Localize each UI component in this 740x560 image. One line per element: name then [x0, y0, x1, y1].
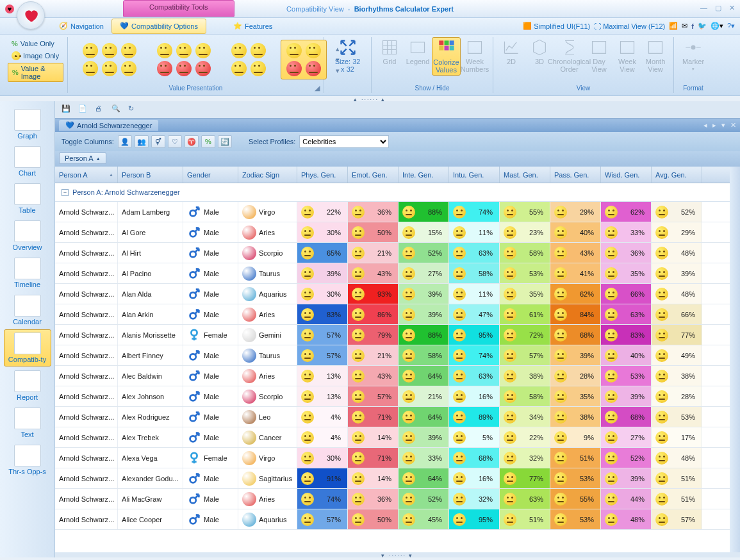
column-header[interactable]: Gender [183, 167, 238, 183]
close-icon[interactable]: ✕ [729, 4, 735, 12]
maximal-view-link[interactable]: ⛶Maximal View (F12) [594, 22, 665, 30]
table-row[interactable]: Arnold Schwarz...Alice CooperMaleAquariu… [55, 509, 730, 530]
refresh-icon[interactable]: ↻ [128, 104, 138, 115]
table-row[interactable]: Arnold Schwarz...Alan AldaMaleAquarius30… [55, 284, 730, 304]
face-style-selected[interactable] [281, 40, 327, 79]
table-row[interactable]: Arnold Schwarz...Alec BaldwinMaleAries13… [55, 366, 730, 386]
sidebar-item-thr-s opp-s[interactable]: Thr-s Opp-s [4, 442, 51, 478]
value-and-image-button[interactable]: %Value & Image [8, 63, 63, 82]
tab-menu-icon[interactable]: ▾ [721, 121, 725, 129]
column-header[interactable]: Zodiac Sign [238, 167, 297, 183]
marker-button[interactable]: Marker▾ [678, 37, 709, 73]
value-only-button[interactable]: %Value Only [8, 38, 63, 49]
bottom-collapse-handle[interactable]: ▾ ∙∙∙∙∙∙ ▾ [55, 552, 740, 557]
toggle-col-7[interactable]: 🔄 [218, 135, 232, 148]
preview-icon[interactable]: 🔍 [111, 104, 122, 115]
toggle-col-1[interactable]: 👤 [118, 135, 132, 148]
toggle-col-6[interactable]: % [201, 135, 215, 148]
table-row[interactable]: Arnold Schwarz...Alex TrebekMaleCancer4%… [55, 427, 730, 448]
toggle-col-2[interactable]: 👥 [135, 135, 149, 148]
tab-close-icon[interactable]: ✕ [730, 121, 736, 129]
table-row[interactable]: Arnold Schwarz...Al GoreMaleAries30%50%1… [55, 222, 730, 243]
tab-features[interactable]: ⭐ Features [226, 19, 280, 33]
column-header[interactable]: Inte. Gen. [399, 167, 449, 183]
simplified-ui-link[interactable]: 🟧Simplified UI(F11) [523, 22, 590, 30]
mail-icon[interactable]: ✉ [682, 22, 687, 30]
table-row[interactable]: Arnold Schwarz...Al HirtMaleScorpio65%21… [55, 243, 730, 263]
column-header[interactable]: Person A [55, 167, 118, 183]
gender-icon [187, 349, 201, 363]
sidebar-item-overview[interactable]: Overview [4, 218, 51, 254]
smiley-icon [504, 452, 516, 465]
cell-value: 32% [449, 489, 500, 509]
colorize-values-button[interactable]: Colorize Values [432, 37, 461, 76]
smiley-icon [554, 431, 567, 444]
week-numbers-button[interactable]: Week Numbers [461, 37, 489, 76]
tab-compatibility-options[interactable]: 💙 Compatibility Options [111, 19, 206, 34]
toggle-col-5[interactable]: ♈ [185, 135, 199, 148]
profiles-select[interactable]: Celebrities [299, 135, 389, 148]
group-by-chip[interactable]: Person A▲ [59, 152, 106, 164]
sidebar-item-report[interactable]: Report [4, 368, 51, 404]
tab-navigation[interactable]: 🧭 Navigation [51, 19, 111, 33]
week-view-button[interactable]: Week View [613, 37, 641, 74]
column-header[interactable]: Intu. Gen. [449, 167, 500, 183]
sidebar-item-graph[interactable]: Graph [4, 106, 51, 142]
column-header[interactable]: Wisd. Gen. [601, 167, 652, 183]
toggle-col-3[interactable]: ⚥ [151, 135, 165, 148]
sidebar-item-calendar[interactable]: Calendar [4, 292, 51, 328]
collapse-icon[interactable]: − [62, 189, 69, 196]
column-header[interactable]: Avg. Gen. [652, 167, 702, 183]
column-header[interactable]: Person B [118, 167, 183, 183]
2d-button[interactable]: 2D [497, 37, 525, 74]
sidebar-item-compatib-ty[interactable]: Compatib-ty [4, 329, 51, 366]
cell-person-b: Al Hirt [118, 243, 183, 263]
help-icon[interactable]: ?▾ [727, 22, 735, 30]
toggle-col-4[interactable]: ♡ [168, 135, 182, 148]
table-row[interactable]: Arnold Schwarz...Al PacinoMaleTaurus39%4… [55, 263, 730, 284]
table-row[interactable]: Arnold Schwarz...Alanis MorissetteFemale… [55, 325, 730, 345]
cell-person-b: Alex Johnson [118, 386, 183, 406]
table-row[interactable]: Arnold Schwarz...Adam LambergMaleVirgo22… [55, 202, 730, 222]
maximize-icon[interactable]: ▢ [715, 4, 721, 12]
day-view-button[interactable]: Day View [585, 37, 613, 74]
save-icon[interactable]: 💾 [62, 104, 72, 115]
sidebar-item-timeline[interactable]: Timeline [4, 255, 51, 291]
group-row[interactable]: −Person A: Arnold Schwarzenegger [55, 183, 730, 202]
sidebar-item-chart[interactable]: Chart [4, 144, 51, 179]
size-button[interactable]: Size: 32 x 32 [328, 37, 367, 74]
dialog-launcher-icon[interactable]: ◢ [315, 84, 322, 92]
column-header[interactable]: Pass. Gen. [550, 167, 601, 183]
smiley-icon [352, 513, 365, 526]
rss-icon[interactable]: 📶 [669, 22, 678, 30]
sidebar-item-table[interactable]: Table [4, 181, 51, 217]
grid-button[interactable]: Grid [375, 37, 404, 76]
document-tab[interactable]: 💙 Arnold Schwarzenegger [59, 120, 158, 131]
column-header[interactable]: Mast. Gen. [500, 167, 550, 183]
tab-prev-icon[interactable]: ◂ [703, 121, 707, 129]
month-view-button[interactable]: Month View [641, 37, 670, 74]
minimize-icon[interactable]: — [700, 4, 707, 12]
table-row[interactable]: Arnold Schwarz...Ali MacGrawMaleAries74%… [55, 489, 730, 509]
chronological-button[interactable]: Chronological Order [554, 37, 585, 74]
table-row[interactable]: Arnold Schwarz...Albert FinneyMaleTaurus… [55, 345, 730, 366]
ribbon-collapse-handle[interactable]: ▴ ∙∙∙∙∙∙ ▴ [0, 96, 740, 101]
vertical-scrollbar[interactable] [730, 167, 740, 552]
image-only-button[interactable]: Image Only [8, 50, 63, 62]
copy-icon[interactable]: 📄 [78, 104, 88, 115]
table-row[interactable]: Arnold Schwarz...Alexander Godu...MaleSa… [55, 468, 730, 489]
print-icon[interactable]: 🖨 [95, 104, 105, 115]
app-menu-button[interactable] [17, 1, 45, 29]
facebook-icon[interactable]: f [691, 22, 694, 30]
table-row[interactable]: Arnold Schwarz...Alan ArkinMaleAries83%8… [55, 304, 730, 325]
column-header[interactable]: Phys. Gen. [297, 167, 348, 183]
column-header[interactable]: Emot. Gen. [348, 167, 399, 183]
legend-button[interactable]: Legend [404, 37, 432, 76]
table-row[interactable]: Arnold Schwarz...Alex RodriguezMaleLeo4%… [55, 407, 730, 427]
globe-icon[interactable]: 🌐▾ [711, 22, 723, 30]
table-row[interactable]: Arnold Schwarz...Alexa VegaFemaleVirgo30… [55, 448, 730, 468]
sidebar-item-text[interactable]: Text [4, 405, 51, 441]
twitter-icon[interactable]: 🐦 [698, 22, 707, 30]
tab-next-icon[interactable]: ▸ [712, 121, 716, 129]
table-row[interactable]: Arnold Schwarz...Alex JohnsonMaleScorpio… [55, 386, 730, 407]
